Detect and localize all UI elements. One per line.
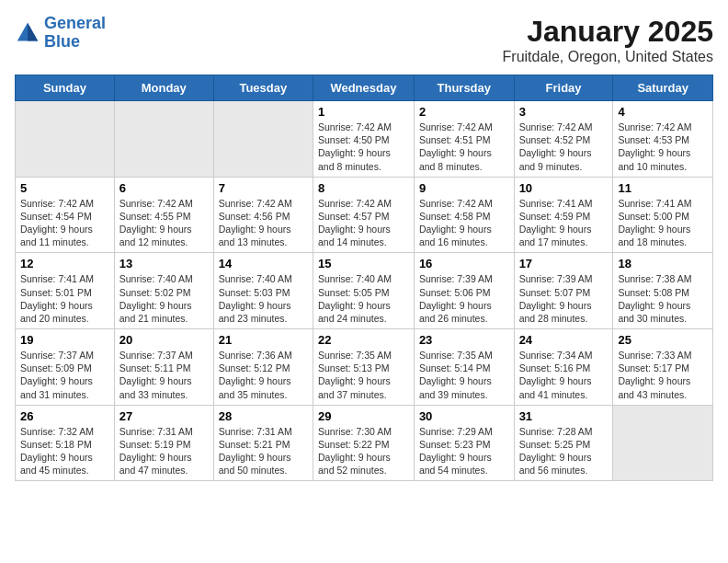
calendar-cell: 20Sunrise: 7:37 AM Sunset: 5:11 PM Dayli… xyxy=(114,329,213,406)
calendar-cell: 25Sunrise: 7:33 AM Sunset: 5:17 PM Dayli… xyxy=(613,329,713,406)
day-info: Sunrise: 7:31 AM Sunset: 5:19 PM Dayligh… xyxy=(119,425,209,477)
day-number: 26 xyxy=(20,409,109,423)
week-row-3: 12Sunrise: 7:41 AM Sunset: 5:01 PM Dayli… xyxy=(16,253,713,329)
calendar-cell: 4Sunrise: 7:42 AM Sunset: 4:53 PM Daylig… xyxy=(613,101,713,178)
calendar-cell: 9Sunrise: 7:42 AM Sunset: 4:58 PM Daylig… xyxy=(414,177,514,253)
day-number: 18 xyxy=(618,257,708,270)
day-number: 2 xyxy=(419,105,509,119)
calendar-cell: 6Sunrise: 7:42 AM Sunset: 4:55 PM Daylig… xyxy=(114,177,213,253)
calendar-cell: 2Sunrise: 7:42 AM Sunset: 4:51 PM Daylig… xyxy=(414,101,514,178)
calendar-table: SundayMondayTuesdayWednesdayThursdayFrid… xyxy=(15,75,713,481)
day-number: 15 xyxy=(318,257,409,270)
calendar-cell: 17Sunrise: 7:39 AM Sunset: 5:07 PM Dayli… xyxy=(514,253,613,329)
day-info: Sunrise: 7:42 AM Sunset: 4:54 PM Dayligh… xyxy=(20,197,109,249)
weekday-header-sunday: Sunday xyxy=(16,75,115,101)
calendar-cell: 1Sunrise: 7:42 AM Sunset: 4:50 PM Daylig… xyxy=(313,101,414,178)
day-info: Sunrise: 7:41 AM Sunset: 5:00 PM Dayligh… xyxy=(618,197,708,249)
day-info: Sunrise: 7:40 AM Sunset: 5:05 PM Dayligh… xyxy=(318,272,409,325)
weekday-header-friday: Friday xyxy=(514,75,613,101)
calendar-cell: 30Sunrise: 7:29 AM Sunset: 5:23 PM Dayli… xyxy=(414,405,514,481)
day-number: 30 xyxy=(419,409,509,423)
day-number: 13 xyxy=(119,257,209,270)
calendar-cell: 16Sunrise: 7:39 AM Sunset: 5:06 PM Dayli… xyxy=(414,253,514,329)
day-number: 5 xyxy=(20,181,109,195)
calendar-cell: 3Sunrise: 7:42 AM Sunset: 4:52 PM Daylig… xyxy=(514,101,613,178)
day-info: Sunrise: 7:37 AM Sunset: 5:09 PM Dayligh… xyxy=(20,349,109,401)
calendar-cell: 7Sunrise: 7:42 AM Sunset: 4:56 PM Daylig… xyxy=(213,177,313,253)
day-info: Sunrise: 7:33 AM Sunset: 5:17 PM Dayligh… xyxy=(618,349,708,401)
day-number: 25 xyxy=(618,333,708,347)
calendar-cell: 23Sunrise: 7:35 AM Sunset: 5:14 PM Dayli… xyxy=(414,329,514,406)
week-row-4: 19Sunrise: 7:37 AM Sunset: 5:09 PM Dayli… xyxy=(16,329,713,406)
calendar-cell: 27Sunrise: 7:31 AM Sunset: 5:19 PM Dayli… xyxy=(114,405,213,481)
day-info: Sunrise: 7:42 AM Sunset: 4:57 PM Dayligh… xyxy=(318,197,409,249)
calendar-cell: 15Sunrise: 7:40 AM Sunset: 5:05 PM Dayli… xyxy=(313,253,414,329)
calendar-cell: 31Sunrise: 7:28 AM Sunset: 5:25 PM Dayli… xyxy=(514,405,613,481)
calendar-cell: 10Sunrise: 7:41 AM Sunset: 4:59 PM Dayli… xyxy=(514,177,613,253)
day-info: Sunrise: 7:42 AM Sunset: 4:53 PM Dayligh… xyxy=(618,121,708,173)
day-number: 21 xyxy=(219,333,308,347)
day-number: 27 xyxy=(119,409,209,423)
day-number: 7 xyxy=(219,181,308,195)
day-number: 17 xyxy=(519,257,609,270)
calendar-cell: 18Sunrise: 7:38 AM Sunset: 5:08 PM Dayli… xyxy=(613,253,713,329)
day-info: Sunrise: 7:42 AM Sunset: 4:51 PM Dayligh… xyxy=(419,121,509,173)
day-number: 23 xyxy=(419,333,509,347)
calendar-cell xyxy=(16,101,115,178)
day-number: 19 xyxy=(20,333,109,347)
weekday-header-saturday: Saturday xyxy=(613,75,713,101)
weekday-header-wednesday: Wednesday xyxy=(313,75,414,101)
day-number: 20 xyxy=(119,333,209,347)
day-info: Sunrise: 7:42 AM Sunset: 4:56 PM Dayligh… xyxy=(219,197,308,249)
day-number: 9 xyxy=(419,181,509,195)
day-info: Sunrise: 7:28 AM Sunset: 5:25 PM Dayligh… xyxy=(519,425,609,477)
day-info: Sunrise: 7:30 AM Sunset: 5:22 PM Dayligh… xyxy=(318,425,409,477)
calendar-title: January 2025 xyxy=(503,15,713,49)
logo-icon xyxy=(15,20,40,46)
calendar-cell: 11Sunrise: 7:41 AM Sunset: 5:00 PM Dayli… xyxy=(613,177,713,253)
weekday-header-row: SundayMondayTuesdayWednesdayThursdayFrid… xyxy=(16,75,713,101)
day-info: Sunrise: 7:41 AM Sunset: 4:59 PM Dayligh… xyxy=(519,197,609,249)
day-info: Sunrise: 7:40 AM Sunset: 5:02 PM Dayligh… xyxy=(119,272,209,325)
day-info: Sunrise: 7:41 AM Sunset: 5:01 PM Dayligh… xyxy=(20,272,109,325)
calendar-cell: 13Sunrise: 7:40 AM Sunset: 5:02 PM Dayli… xyxy=(114,253,213,329)
day-number: 6 xyxy=(119,181,209,195)
day-number: 12 xyxy=(20,257,109,270)
week-row-1: 1Sunrise: 7:42 AM Sunset: 4:50 PM Daylig… xyxy=(16,101,713,178)
day-info: Sunrise: 7:35 AM Sunset: 5:14 PM Dayligh… xyxy=(419,349,509,401)
calendar-cell: 28Sunrise: 7:31 AM Sunset: 5:21 PM Dayli… xyxy=(213,405,313,481)
day-info: Sunrise: 7:37 AM Sunset: 5:11 PM Dayligh… xyxy=(119,349,209,401)
day-number: 31 xyxy=(519,409,609,423)
calendar-cell xyxy=(213,101,313,178)
weekday-header-tuesday: Tuesday xyxy=(213,75,313,101)
calendar-cell: 22Sunrise: 7:35 AM Sunset: 5:13 PM Dayli… xyxy=(313,329,414,406)
day-info: Sunrise: 7:39 AM Sunset: 5:07 PM Dayligh… xyxy=(519,272,609,325)
day-info: Sunrise: 7:42 AM Sunset: 4:58 PM Dayligh… xyxy=(419,197,509,249)
day-number: 1 xyxy=(318,105,409,119)
day-number: 16 xyxy=(419,257,509,270)
calendar-cell: 29Sunrise: 7:30 AM Sunset: 5:22 PM Dayli… xyxy=(313,405,414,481)
day-info: Sunrise: 7:42 AM Sunset: 4:55 PM Dayligh… xyxy=(119,197,209,249)
day-info: Sunrise: 7:40 AM Sunset: 5:03 PM Dayligh… xyxy=(219,272,308,325)
title-block: January 2025 Fruitdale, Oregon, United S… xyxy=(503,15,713,65)
day-number: 10 xyxy=(519,181,609,195)
day-number: 14 xyxy=(219,257,308,270)
day-number: 29 xyxy=(318,409,409,423)
logo-text: General Blue xyxy=(44,15,106,52)
calendar-subtitle: Fruitdale, Oregon, United States xyxy=(503,49,713,65)
day-info: Sunrise: 7:42 AM Sunset: 4:52 PM Dayligh… xyxy=(519,121,609,173)
week-row-2: 5Sunrise: 7:42 AM Sunset: 4:54 PM Daylig… xyxy=(16,177,713,253)
calendar-cell: 8Sunrise: 7:42 AM Sunset: 4:57 PM Daylig… xyxy=(313,177,414,253)
logo: General Blue xyxy=(15,15,106,52)
day-info: Sunrise: 7:31 AM Sunset: 5:21 PM Dayligh… xyxy=(219,425,308,477)
page-header: General Blue January 2025 Fruitdale, Ore… xyxy=(15,15,713,65)
calendar-cell: 24Sunrise: 7:34 AM Sunset: 5:16 PM Dayli… xyxy=(514,329,613,406)
day-number: 8 xyxy=(318,181,409,195)
day-info: Sunrise: 7:32 AM Sunset: 5:18 PM Dayligh… xyxy=(20,425,109,477)
day-number: 28 xyxy=(219,409,308,423)
calendar-cell xyxy=(114,101,213,178)
calendar-cell: 12Sunrise: 7:41 AM Sunset: 5:01 PM Dayli… xyxy=(16,253,115,329)
day-number: 11 xyxy=(618,181,708,195)
day-number: 4 xyxy=(618,105,708,119)
week-row-5: 26Sunrise: 7:32 AM Sunset: 5:18 PM Dayli… xyxy=(16,405,713,481)
